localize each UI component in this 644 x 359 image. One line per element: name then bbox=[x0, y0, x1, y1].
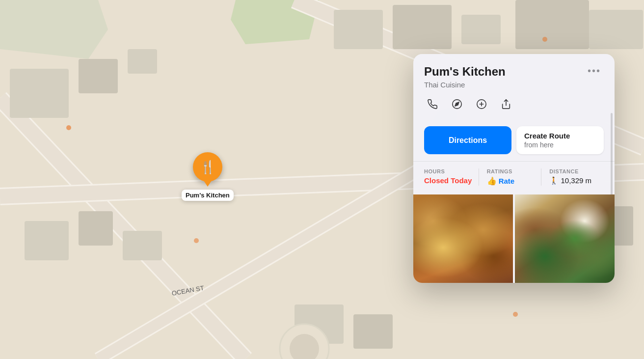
svg-rect-16 bbox=[461, 15, 501, 44]
food-photo-2[interactable] bbox=[515, 194, 615, 283]
create-route-button[interactable]: Create Route from here bbox=[516, 126, 604, 155]
svg-rect-20 bbox=[79, 211, 113, 246]
hours-value: Closed Today bbox=[424, 176, 479, 185]
compass-action[interactable] bbox=[449, 96, 465, 112]
add-action[interactable] bbox=[473, 96, 490, 112]
create-route-sublabel: from here bbox=[524, 140, 596, 149]
svg-rect-12 bbox=[79, 59, 118, 93]
share-action[interactable] bbox=[498, 96, 514, 112]
food-image-1 bbox=[413, 194, 513, 283]
svg-point-33 bbox=[194, 238, 199, 243]
svg-rect-21 bbox=[123, 231, 162, 260]
card-photos bbox=[413, 193, 615, 283]
svg-rect-13 bbox=[128, 49, 157, 74]
phone-action[interactable] bbox=[424, 96, 441, 112]
svg-rect-17 bbox=[515, 0, 589, 49]
svg-marker-2 bbox=[0, 0, 108, 59]
svg-rect-19 bbox=[25, 221, 69, 260]
svg-rect-14 bbox=[334, 10, 383, 49]
svg-rect-11 bbox=[10, 69, 69, 118]
more-button[interactable]: ••• bbox=[585, 65, 604, 77]
directions-button[interactable]: Directions bbox=[424, 126, 511, 155]
svg-rect-15 bbox=[393, 5, 452, 49]
distance-label: DISTANCE bbox=[549, 168, 604, 174]
thumbs-up-icon: 👍 bbox=[487, 176, 497, 186]
card-actions bbox=[413, 89, 615, 119]
card-nav-buttons: Directions Create Route from here bbox=[413, 119, 615, 162]
distance-cell: DISTANCE 🚶 10,329 m bbox=[541, 168, 604, 186]
svg-point-28 bbox=[66, 125, 71, 130]
pin-label: Pum's Kitchen bbox=[182, 190, 234, 201]
svg-rect-18 bbox=[589, 10, 643, 49]
hours-cell: HOURS Closed Today bbox=[424, 168, 479, 186]
svg-point-31 bbox=[513, 312, 518, 317]
food-photo-1[interactable] bbox=[413, 194, 513, 283]
card-title: Pum's Kitchen bbox=[424, 65, 585, 79]
card-header: Pum's Kitchen Thai Cuisine ••• bbox=[413, 54, 615, 89]
svg-rect-25 bbox=[353, 314, 393, 349]
walking-icon: 🚶 bbox=[549, 176, 559, 185]
ratings-label: RATINGS bbox=[487, 168, 541, 174]
card-subtitle: Thai Cuisine bbox=[424, 81, 585, 89]
svg-point-29 bbox=[542, 37, 547, 42]
pin-bubble: 🍴 bbox=[193, 152, 222, 182]
create-route-label: Create Route bbox=[524, 131, 596, 141]
ratings-cell[interactable]: RATINGS 👍 Rate bbox=[479, 168, 541, 186]
ratings-value[interactable]: 👍 Rate bbox=[487, 176, 541, 186]
card-info-row: HOURS Closed Today RATINGS 👍 Rate DISTAN… bbox=[413, 161, 615, 193]
restaurant-pin[interactable]: 🍴 Pum's Kitchen bbox=[182, 152, 234, 201]
distance-value: 🚶 10,329 m bbox=[549, 176, 604, 185]
hours-label: HOURS bbox=[424, 168, 479, 174]
card-title-group: Pum's Kitchen Thai Cuisine bbox=[424, 65, 585, 89]
svg-marker-35 bbox=[455, 102, 459, 106]
rate-text: Rate bbox=[499, 177, 515, 185]
restaurant-icon: 🍴 bbox=[200, 160, 215, 175]
food-image-2 bbox=[515, 194, 615, 283]
detail-card: Pum's Kitchen Thai Cuisine ••• bbox=[413, 54, 615, 283]
